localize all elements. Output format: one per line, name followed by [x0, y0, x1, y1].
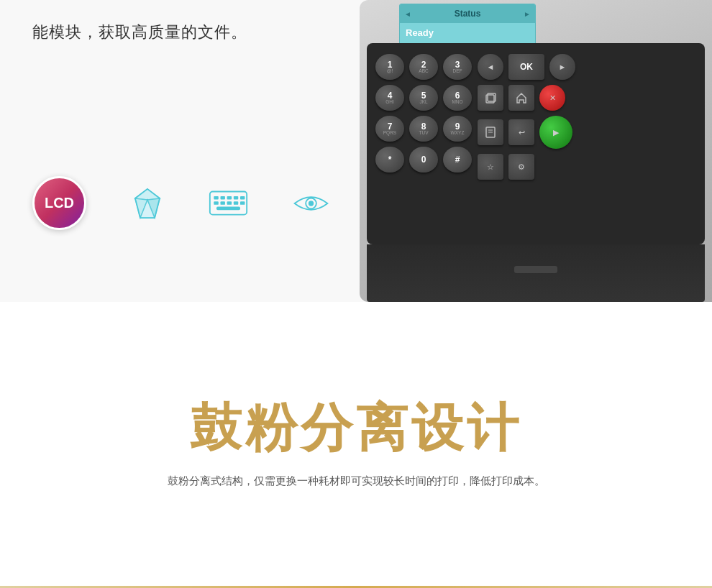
key-8[interactable]: 8TUV — [409, 116, 438, 142]
sub-description: 鼓粉分离式结构，仅需更换一种耗材即可实现较长时间的打印，降低打印成本。 — [168, 471, 545, 490]
key-0[interactable]: 0 — [409, 147, 438, 173]
svg-rect-14 — [234, 196, 238, 200]
start-button[interactable]: ▶ — [539, 116, 572, 149]
stand-slot — [514, 266, 557, 273]
ok-button[interactable]: OK — [508, 54, 544, 80]
numpad: 1@! 2ABC 3DEF 4GHI 5JKL 6MNO 7PQRS 8TUV … — [375, 54, 472, 234]
top-section: 能模块，获取高质量的文件。 ◄ Status ► Ready 1@! 2ABC … — [0, 0, 712, 302]
back-button[interactable]: ↩ — [508, 119, 534, 145]
top-description: 能模块，获取高质量的文件。 — [32, 22, 247, 43]
svg-marker-6 — [135, 189, 160, 200]
features-icons-row: LCD — [32, 176, 331, 230]
key-2[interactable]: 2ABC — [409, 54, 438, 80]
home-button[interactable] — [508, 85, 534, 111]
forward-arrow-button[interactable]: ► — [549, 54, 575, 80]
settings-button[interactable]: ⚙ — [508, 154, 534, 180]
key-hash[interactable]: # — [443, 147, 472, 173]
svg-rect-20 — [240, 201, 245, 205]
lcd-left-arrow: ◄ — [404, 10, 411, 18]
svg-rect-12 — [221, 196, 225, 200]
lcd-status-value: Ready — [406, 27, 434, 38]
bottom-section: 鼓粉分离设计 鼓粉分离式结构，仅需更换一种耗材即可实现较长时间的打印，降低打印成… — [0, 302, 712, 588]
copy-button[interactable] — [478, 85, 503, 111]
lcd-badge-label: LCD — [45, 195, 74, 211]
svg-rect-15 — [240, 196, 245, 200]
right-controls: ◄ OK ► ✕ — [478, 54, 696, 234]
key-5[interactable]: 5JKL — [409, 85, 438, 111]
key-9[interactable]: 9WXYZ — [443, 116, 472, 142]
printer-stand — [367, 244, 705, 302]
svg-rect-19 — [234, 201, 238, 205]
svg-rect-21 — [216, 207, 240, 211]
key-4[interactable]: 4GHI — [375, 85, 404, 111]
lcd-status-title: Status — [455, 9, 481, 19]
printer-image: ◄ Status ► Ready 1@! 2ABC 3DEF 4GHI 5JKL… — [360, 0, 712, 302]
keyboard-feature-icon — [209, 187, 248, 219]
lcd-right-arrow: ► — [524, 10, 531, 18]
back-arrow-button[interactable]: ◄ — [478, 54, 503, 80]
eye-feature-icon — [291, 189, 331, 218]
doc-button[interactable] — [478, 119, 503, 145]
svg-rect-11 — [214, 196, 218, 200]
main-title: 鼓粉分离设计 — [190, 400, 522, 456]
lcd-badge: LCD — [32, 176, 86, 230]
key-3[interactable]: 3DEF — [443, 54, 472, 80]
printer-control-face: 1@! 2ABC 3DEF 4GHI 5JKL 6MNO 7PQRS 8TUV … — [367, 43, 705, 244]
favorite-button[interactable]: ☆ — [478, 154, 503, 180]
key-7[interactable]: 7PQRS — [375, 116, 404, 142]
key-6[interactable]: 6MNO — [443, 85, 472, 111]
svg-rect-18 — [227, 201, 232, 205]
cancel-button[interactable]: ✕ — [539, 85, 565, 111]
key-1[interactable]: 1@! — [375, 54, 404, 80]
svg-rect-13 — [227, 196, 232, 200]
svg-rect-17 — [221, 201, 225, 205]
svg-rect-16 — [214, 201, 218, 205]
lcd-screen: ◄ Status ► Ready — [399, 4, 536, 45]
svg-point-23 — [309, 201, 314, 206]
diamond-feature-icon — [129, 185, 165, 221]
key-star[interactable]: * — [375, 147, 404, 173]
